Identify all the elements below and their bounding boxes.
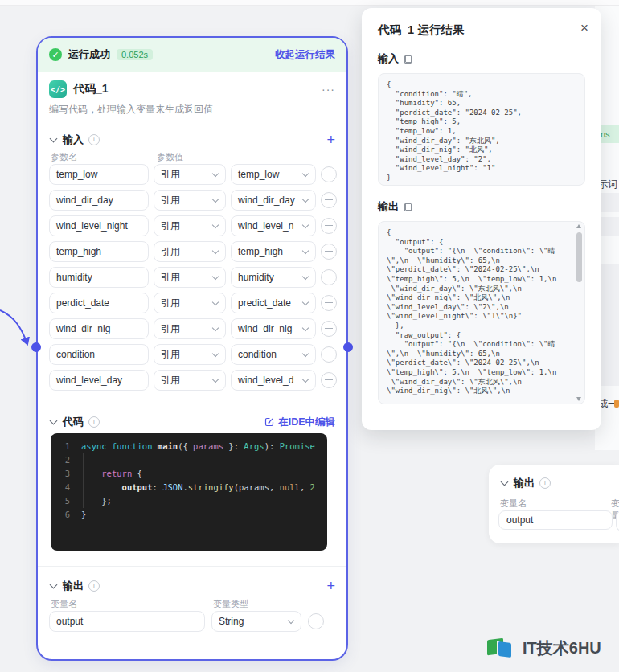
- param-value-select[interactable]: wind_dir_day: [231, 190, 316, 211]
- param-name-input[interactable]: wind_dir_day: [49, 190, 149, 211]
- param-ref-select[interactable]: 引用: [154, 267, 226, 288]
- param-ref-select[interactable]: 引用: [154, 190, 226, 211]
- chevron-down-icon: [302, 273, 309, 280]
- remove-param-button[interactable]: [321, 346, 337, 363]
- scroll-up-icon[interactable]: [576, 224, 581, 228]
- param-name-input[interactable]: temp_high: [49, 241, 149, 262]
- code-editor[interactable]: 123456 async function main({ params }: A…: [51, 433, 327, 551]
- vartype-column-header: 变量类型: [213, 598, 248, 610]
- param-value-select[interactable]: wind_level_d: [231, 370, 316, 391]
- input-param-row: wind_level_day 引用 wind_level_d: [49, 370, 335, 391]
- code-line: output: JSON.stringify(params, null, 2: [81, 481, 327, 494]
- param-name-column-header: 参数名: [51, 151, 157, 163]
- back-node-varname-input[interactable]: output: [498, 510, 613, 530]
- chevron-down-icon[interactable]: [50, 417, 58, 425]
- input-param-row: condition 引用 condition: [49, 344, 335, 365]
- param-value-select[interactable]: predict_date: [231, 293, 316, 313]
- param-value-select[interactable]: wind_dir_nig: [231, 318, 316, 339]
- output-vartype-select[interactable]: String: [211, 611, 301, 632]
- chevron-down-icon: [212, 170, 219, 177]
- remove-param-button[interactable]: [321, 372, 337, 388]
- param-value-select[interactable]: condition: [231, 344, 316, 365]
- param-ref-select[interactable]: 引用: [154, 344, 226, 365]
- remove-output-button[interactable]: [308, 613, 324, 629]
- param-value-column-header: 参数值: [157, 151, 183, 163]
- node-description: 编写代码，处理输入变量来生成返回值: [38, 98, 346, 117]
- chevron-down-icon[interactable]: [50, 135, 58, 143]
- remove-param-button[interactable]: [321, 192, 337, 208]
- param-ref-select[interactable]: 引用: [154, 164, 226, 185]
- remove-param-button[interactable]: [321, 166, 337, 182]
- node-input-port[interactable]: [31, 342, 41, 352]
- node-output-port[interactable]: [343, 342, 353, 352]
- param-ref-select[interactable]: 引用: [154, 370, 226, 391]
- edit-icon: [264, 417, 274, 427]
- info-icon: i: [88, 580, 100, 592]
- copy-icon[interactable]: [404, 55, 412, 64]
- param-value-select[interactable]: humidity: [231, 267, 316, 288]
- variable-chip-fragment: [614, 400, 619, 408]
- info-icon: i: [88, 416, 100, 428]
- output-section-title: 输出: [63, 579, 84, 593]
- chevron-down-icon: [302, 248, 309, 254]
- info-icon: i: [88, 134, 100, 145]
- code-node-card[interactable]: ✓ 运行成功 0.052s 收起运行结果 </> 代码_1 ··· 编写代码，处…: [36, 36, 348, 661]
- param-ref-select[interactable]: 引用: [154, 241, 226, 262]
- indent-guide: [83, 453, 84, 508]
- editor-code[interactable]: async function main({ params }: Args): P…: [75, 433, 327, 551]
- editor-line-numbers: 123456: [51, 433, 75, 551]
- scroll-down-icon[interactable]: [576, 397, 581, 401]
- remove-param-button[interactable]: [321, 269, 337, 285]
- param-name-input[interactable]: wind_level_night: [49, 215, 149, 236]
- chevron-down-icon: [212, 222, 219, 228]
- output-rows: output String: [49, 611, 335, 632]
- param-ref-select[interactable]: 引用: [154, 293, 226, 313]
- close-icon[interactable]: ×: [580, 21, 588, 35]
- success-check-icon: ✓: [49, 48, 62, 61]
- param-ref-select[interactable]: 引用: [154, 215, 226, 236]
- output-varname-input[interactable]: output: [49, 611, 205, 632]
- param-name-input[interactable]: wind_dir_nig: [49, 318, 149, 339]
- remove-param-button[interactable]: [321, 321, 337, 337]
- input-param-row: wind_dir_day 引用 wind_dir_day: [49, 190, 335, 211]
- input-param-row: wind_dir_nig 引用 wind_dir_nig: [49, 318, 335, 339]
- param-name-input[interactable]: humidity: [49, 267, 149, 288]
- add-input-button[interactable]: +: [326, 134, 335, 145]
- chevron-down-icon[interactable]: [50, 581, 58, 589]
- param-value-select[interactable]: wind_level_n: [231, 215, 316, 236]
- chevron-down-icon: [212, 248, 219, 254]
- input-param-row: humidity 引用 humidity: [49, 267, 335, 288]
- param-ref-select[interactable]: 引用: [154, 318, 226, 339]
- param-name-input[interactable]: condition: [49, 344, 149, 365]
- param-value-select[interactable]: temp_low: [231, 164, 316, 185]
- chevron-down-icon[interactable]: [501, 478, 509, 486]
- canvas-top-strip: [0, 0, 619, 6]
- remove-param-button[interactable]: [321, 295, 337, 311]
- collapse-results-link[interactable]: 收起运行结果: [275, 48, 335, 62]
- varname-column-header: 变量名: [51, 598, 213, 610]
- scrollbar[interactable]: [576, 224, 583, 401]
- code-line: [81, 453, 327, 467]
- result-output-json[interactable]: { "output": { "output": "{\n \"condition…: [378, 221, 585, 404]
- scrollbar-thumb[interactable]: [576, 232, 582, 282]
- remove-param-button[interactable]: [321, 244, 337, 260]
- more-menu-button[interactable]: ···: [322, 83, 335, 96]
- back-node-varname-label: 变量名: [500, 498, 527, 510]
- result-panel-title: 代码_1 运行结果: [378, 23, 585, 38]
- back-node-output-title: 输出: [514, 476, 535, 490]
- remove-param-button[interactable]: [321, 218, 337, 234]
- result-input-json[interactable]: { "condition": "晴", "humidity": 65, "per…: [378, 73, 585, 186]
- code-line: async function main({ params }: Args): P…: [81, 440, 327, 453]
- chevron-down-icon: [212, 299, 219, 305]
- chevron-down-icon: [302, 350, 309, 357]
- param-name-input[interactable]: perdict_date: [49, 293, 149, 313]
- back-node-vartype-select[interactable]: [616, 510, 619, 531]
- chevron-down-icon: [212, 376, 219, 383]
- copy-icon[interactable]: [404, 203, 412, 211]
- param-name-input[interactable]: wind_level_day: [49, 370, 149, 391]
- add-output-button[interactable]: +: [326, 580, 335, 592]
- param-value-select[interactable]: temp_high: [231, 241, 316, 262]
- param-name-input[interactable]: temp_low: [49, 164, 149, 185]
- chevron-down-icon: [302, 196, 309, 203]
- edit-in-ide-link[interactable]: 在IDE中编辑: [264, 416, 335, 429]
